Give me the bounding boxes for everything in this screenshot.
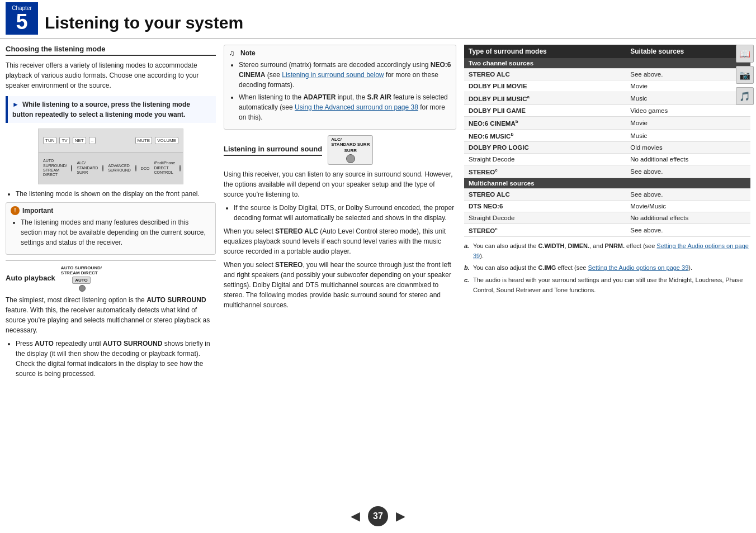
mode-neo6-cinema: NEO:6 CINEMAb bbox=[464, 116, 626, 129]
vol-label: VOLUME bbox=[155, 137, 178, 144]
note-link-2[interactable]: Using the Advanced surround on page 38 bbox=[295, 103, 418, 111]
mode-straight-decode-2: Straight Decode bbox=[464, 212, 626, 224]
table-row: DTS NEO:6 Movie/Music bbox=[464, 201, 750, 212]
footnote-c: c. The audio is heard with your surround… bbox=[464, 275, 750, 295]
source-neo6-music: Music bbox=[626, 129, 750, 142]
auto-bullet-1: Press AUTO repeatedly until AUTO SURROUN… bbox=[16, 339, 216, 379]
main-content: Choosing the listening mode This receive… bbox=[0, 39, 756, 388]
footnotes: a. You can also adjust the C.WIDTH, DIME… bbox=[464, 241, 750, 295]
surr-alc-label: ALC/STANDARD SURR bbox=[331, 137, 370, 147]
auto-surr-label: AUTO SURROUND/STREAM DIRECT bbox=[43, 159, 67, 178]
source-dts-neo6: Movie/Music bbox=[626, 201, 750, 212]
table-row: STEREOc See above. bbox=[464, 224, 750, 237]
important-title: ! Important bbox=[11, 206, 211, 215]
table-row: DOLBY PRO LOGIC Old movies bbox=[464, 142, 750, 154]
page-number-circle: 37 bbox=[368, 506, 388, 526]
stereo-text: When you select STEREO, you will hear th… bbox=[224, 260, 456, 310]
instruction-arrow: ► bbox=[12, 101, 19, 108]
source-straight-decode-2: No additional effects bbox=[626, 212, 750, 224]
instruction-text: While listening to a source, press the l… bbox=[12, 101, 190, 118]
source-stereo-c2: See above. bbox=[626, 224, 750, 237]
note-title: ♫ Note bbox=[229, 49, 451, 58]
note-link-1[interactable]: Listening in surround sound below bbox=[282, 71, 384, 79]
listening-bullet-1: The listening mode is shown on the displ… bbox=[16, 189, 216, 199]
chapter-number: 5 bbox=[16, 11, 27, 32]
note-title-text: Note bbox=[240, 49, 256, 57]
source-dolby-plii-game: Video games bbox=[626, 104, 750, 116]
auto-playback-header: Auto playback AUTO SURROUND/STREAM DIREC… bbox=[6, 265, 216, 292]
auto-btn bbox=[71, 165, 72, 172]
mode-stereo-c1: STEREOc bbox=[464, 165, 626, 178]
sidebar-icon-book[interactable]: 📖 bbox=[736, 45, 754, 63]
important-bullets: The listening modes and many features de… bbox=[11, 217, 211, 248]
important-icon: ! bbox=[11, 206, 20, 215]
table-header-row: Type of surround modes Suitable sources bbox=[464, 45, 750, 58]
sup-c1: c bbox=[495, 168, 497, 173]
table-row: STEREO ALC See above. bbox=[464, 189, 750, 201]
tv-label: TV bbox=[59, 137, 69, 144]
sup-b1: b bbox=[516, 119, 518, 124]
sr-air-bold: S.R AIR bbox=[367, 93, 391, 101]
col-header-source: Suitable sources bbox=[626, 45, 750, 58]
stereo-bold: STEREO bbox=[275, 261, 303, 269]
footnote-b: b. You can also adjust the C.IMG effect … bbox=[464, 263, 750, 273]
col-header-mode: Type of surround modes bbox=[464, 45, 626, 58]
divider-auto bbox=[6, 260, 216, 261]
footnote-a-text: You can also adjust the C.WIDTH, DIMEN.,… bbox=[473, 241, 750, 261]
listening-intro: Using this receiver, you can listen to a… bbox=[224, 169, 456, 199]
left-column: Choosing the listening mode This receive… bbox=[6, 45, 224, 382]
auto-badge: AUTO bbox=[72, 277, 91, 284]
important-bullet-1: The listening modes and many features de… bbox=[21, 217, 211, 248]
stereo-alc-text: When you select STEREO ALC (Auto Level C… bbox=[224, 226, 456, 256]
chapter-box: Chapter 5 bbox=[6, 2, 38, 35]
net-label: NET bbox=[73, 137, 86, 144]
sidebar-icon-music[interactable]: 🎵 bbox=[736, 87, 754, 105]
source-stereo-alc-m: See above. bbox=[626, 189, 750, 201]
footnote-a-letter: a. bbox=[464, 241, 471, 261]
mode-dolby-plii-game: DOLBY PLII GAME bbox=[464, 104, 626, 116]
stereo-alc-bold: STEREO ALC bbox=[275, 227, 318, 235]
table-row: DOLBY PLII MUSICa Music bbox=[464, 92, 750, 105]
choosing-section-title: Choosing the listening mode bbox=[6, 45, 216, 56]
footnote-a: a. You can also adjust the C.WIDTH, DIME… bbox=[464, 241, 750, 261]
next-page-arrow[interactable]: ▶ bbox=[396, 509, 405, 524]
auto-playback-text: The simplest, most direct listening opti… bbox=[6, 295, 216, 335]
advanced-label: ADVANCEDSURROUND bbox=[108, 164, 130, 173]
choosing-intro: This receiver offers a variety of listen… bbox=[6, 60, 216, 91]
auto-bold: AUTO bbox=[35, 340, 54, 348]
mode-straight-decode-1: Straight Decode bbox=[464, 154, 626, 165]
multichannel-label: Multichannel sources bbox=[464, 178, 750, 189]
source-dolby-plii-movie: Movie bbox=[626, 80, 750, 92]
sup-b2: b bbox=[511, 132, 513, 137]
footnote-b-letter: b. bbox=[464, 263, 471, 273]
surr-icon-circle bbox=[346, 154, 355, 163]
auto-surround-bold2: AUTO SURROUND bbox=[103, 340, 162, 348]
mode-stereo-alc-m: STEREO ALC bbox=[464, 189, 626, 201]
sup-a: a bbox=[527, 94, 530, 99]
prev-page-arrow[interactable]: ◀ bbox=[351, 509, 360, 524]
alc-label: ALC/STANDARD SURR bbox=[77, 161, 98, 175]
footnote-b-link[interactable]: Setting the Audio options on page 39 bbox=[588, 264, 688, 271]
mode-dolby-pro-logic: DOLBY PRO LOGIC bbox=[464, 142, 626, 154]
page-number: 37 bbox=[373, 511, 383, 521]
auto-surround-bold: AUTO SURROUND bbox=[147, 296, 206, 304]
table-row: NEO:6 CINEMAb Movie bbox=[464, 116, 750, 129]
table-row: DOLBY PLII GAME Video games bbox=[464, 104, 750, 116]
mode-stereo-c2: STEREOc bbox=[464, 224, 626, 237]
pnrm-bold: PNRM. bbox=[605, 242, 625, 249]
page-header: Chapter 5 Listening to your system bbox=[0, 0, 756, 39]
important-box: ! Important The listening modes and many… bbox=[6, 202, 216, 255]
source-dolby-plii-music: Music bbox=[626, 92, 750, 105]
note-bullet-2: When listening to the ADAPTER input, the… bbox=[239, 92, 451, 122]
source-neo6-cinema: Movie bbox=[626, 116, 750, 129]
adapter-bold: ADAPTER bbox=[303, 93, 336, 101]
auto-bullet-list: Press AUTO repeatedly until AUTO SURROUN… bbox=[6, 339, 216, 379]
note-box: ♫ Note Stereo surround (matrix) formats … bbox=[224, 45, 456, 130]
footnote-b-text: You can also adjust the C.IMG effect (se… bbox=[473, 263, 692, 273]
mid-column: ♫ Note Stereo surround (matrix) formats … bbox=[224, 45, 464, 382]
table-row: STEREOc See above. bbox=[464, 165, 750, 178]
table-row: Straight Decode No additional effects bbox=[464, 154, 750, 165]
two-channel-label: Two channel sources bbox=[464, 58, 750, 69]
sidebar-icon-camera[interactable]: 📷 bbox=[736, 66, 754, 84]
dco-label: DCO bbox=[141, 166, 150, 170]
